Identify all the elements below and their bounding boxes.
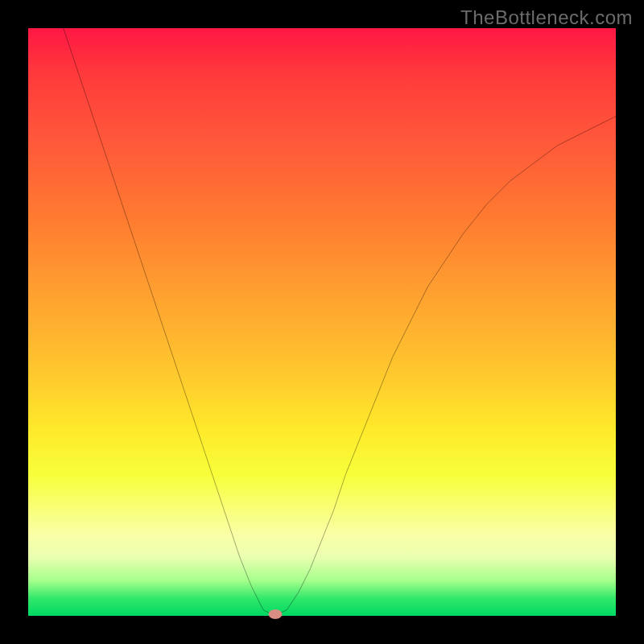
bottleneck-curve — [28, 28, 616, 616]
optimum-marker — [268, 609, 282, 619]
watermark-text: TheBottleneck.com — [460, 6, 633, 29]
chart-frame: TheBottleneck.com — [0, 0, 644, 644]
